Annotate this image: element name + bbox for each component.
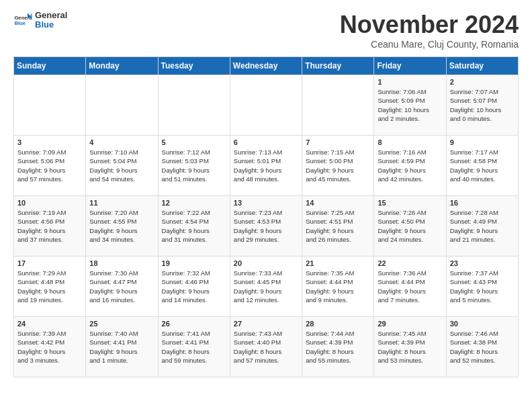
- day-number: 9: [450, 138, 515, 146]
- calendar-cell: 1Sunrise: 7:06 AM Sunset: 5:09 PM Daylig…: [374, 75, 446, 136]
- day-number: 23: [450, 259, 515, 267]
- day-number: 3: [17, 138, 82, 146]
- calendar-week-row: 10Sunrise: 7:19 AM Sunset: 4:56 PM Dayli…: [14, 196, 519, 257]
- day-info: Sunrise: 7:17 AM Sunset: 4:58 PM Dayligh…: [450, 148, 515, 183]
- day-number: 28: [306, 320, 370, 328]
- day-number: 18: [89, 259, 154, 267]
- day-info: Sunrise: 7:45 AM Sunset: 4:39 PM Dayligh…: [378, 329, 442, 365]
- location-subtitle: Ceanu Mare, Cluj County, Romania: [340, 39, 519, 50]
- day-number: 11: [89, 199, 154, 207]
- calendar-cell: 4Sunrise: 7:10 AM Sunset: 5:04 PM Daylig…: [86, 136, 158, 196]
- logo-text: General Blue: [35, 11, 67, 30]
- calendar-cell: 8Sunrise: 7:16 AM Sunset: 4:59 PM Daylig…: [374, 136, 446, 196]
- day-info: Sunrise: 7:28 AM Sunset: 4:49 PM Dayligh…: [450, 208, 515, 244]
- calendar-cell: 12Sunrise: 7:22 AM Sunset: 4:54 PM Dayli…: [158, 196, 230, 257]
- day-info: Sunrise: 7:33 AM Sunset: 4:45 PM Dayligh…: [234, 269, 298, 304]
- day-number: 29: [378, 320, 442, 328]
- day-number: 19: [162, 259, 226, 267]
- day-info: Sunrise: 7:39 AM Sunset: 4:42 PM Dayligh…: [17, 329, 82, 365]
- header: General Blue General Blue November 2024 …: [13, 11, 519, 50]
- calendar-cell: 26Sunrise: 7:41 AM Sunset: 4:41 PM Dayli…: [158, 317, 230, 377]
- day-info: Sunrise: 7:12 AM Sunset: 5:03 PM Dayligh…: [162, 148, 226, 183]
- calendar-cell: 7Sunrise: 7:15 AM Sunset: 5:00 PM Daylig…: [302, 136, 374, 196]
- calendar-cell: 3Sunrise: 7:09 AM Sunset: 5:06 PM Daylig…: [14, 136, 86, 196]
- day-number: 6: [234, 138, 298, 146]
- calendar-cell: 24Sunrise: 7:39 AM Sunset: 4:42 PM Dayli…: [14, 317, 86, 377]
- calendar-cell: 15Sunrise: 7:26 AM Sunset: 4:50 PM Dayli…: [374, 196, 446, 257]
- calendar-cell: [86, 75, 158, 136]
- day-info: Sunrise: 7:15 AM Sunset: 5:00 PM Dayligh…: [306, 148, 370, 183]
- calendar-cell: 2Sunrise: 7:07 AM Sunset: 5:07 PM Daylig…: [446, 75, 518, 136]
- day-number: 2: [450, 78, 515, 86]
- calendar-cell: 13Sunrise: 7:23 AM Sunset: 4:53 PM Dayli…: [230, 196, 302, 257]
- day-info: Sunrise: 7:35 AM Sunset: 4:44 PM Dayligh…: [306, 269, 370, 304]
- calendar-cell: 23Sunrise: 7:37 AM Sunset: 4:43 PM Dayli…: [446, 257, 518, 317]
- calendar-cell: 20Sunrise: 7:33 AM Sunset: 4:45 PM Dayli…: [230, 257, 302, 317]
- day-info: Sunrise: 7:13 AM Sunset: 5:01 PM Dayligh…: [234, 148, 298, 183]
- weekday-header-row: SundayMondayTuesdayWednesdayThursdayFrid…: [14, 57, 519, 75]
- calendar-cell: [14, 75, 86, 136]
- weekday-header-tuesday: Tuesday: [158, 57, 230, 75]
- calendar-cell: 30Sunrise: 7:46 AM Sunset: 4:38 PM Dayli…: [446, 317, 518, 377]
- calendar-cell: 6Sunrise: 7:13 AM Sunset: 5:01 PM Daylig…: [230, 136, 302, 196]
- calendar-cell: 27Sunrise: 7:43 AM Sunset: 4:40 PM Dayli…: [230, 317, 302, 377]
- day-info: Sunrise: 7:23 AM Sunset: 4:53 PM Dayligh…: [234, 208, 298, 244]
- weekday-header-sunday: Sunday: [14, 57, 86, 75]
- day-info: Sunrise: 7:44 AM Sunset: 4:39 PM Dayligh…: [306, 329, 370, 365]
- day-info: Sunrise: 7:36 AM Sunset: 4:44 PM Dayligh…: [378, 269, 442, 304]
- logo-general: General: [35, 11, 67, 20]
- month-title: November 2024: [340, 11, 519, 39]
- logo: General Blue General Blue: [13, 11, 67, 30]
- day-info: Sunrise: 7:06 AM Sunset: 5:09 PM Dayligh…: [378, 87, 442, 123]
- day-info: Sunrise: 7:46 AM Sunset: 4:38 PM Dayligh…: [450, 329, 515, 365]
- day-number: 8: [378, 138, 442, 146]
- calendar-cell: 14Sunrise: 7:25 AM Sunset: 4:51 PM Dayli…: [302, 196, 374, 257]
- day-number: 30: [450, 320, 515, 328]
- calendar-cell: 29Sunrise: 7:45 AM Sunset: 4:39 PM Dayli…: [374, 317, 446, 377]
- day-number: 21: [306, 259, 370, 267]
- day-number: 4: [89, 138, 154, 146]
- calendar-cell: 11Sunrise: 7:20 AM Sunset: 4:55 PM Dayli…: [86, 196, 158, 257]
- calendar-cell: 9Sunrise: 7:17 AM Sunset: 4:58 PM Daylig…: [446, 136, 518, 196]
- calendar-cell: 28Sunrise: 7:44 AM Sunset: 4:39 PM Dayli…: [302, 317, 374, 377]
- calendar-cell: 17Sunrise: 7:29 AM Sunset: 4:48 PM Dayli…: [14, 257, 86, 317]
- weekday-header-wednesday: Wednesday: [230, 57, 302, 75]
- day-number: 25: [89, 320, 154, 328]
- logo-blue: Blue: [35, 20, 67, 30]
- calendar-week-row: 1Sunrise: 7:06 AM Sunset: 5:09 PM Daylig…: [14, 75, 519, 136]
- calendar-week-row: 24Sunrise: 7:39 AM Sunset: 4:42 PM Dayli…: [14, 317, 519, 377]
- weekday-header-saturday: Saturday: [446, 57, 518, 75]
- day-info: Sunrise: 7:32 AM Sunset: 4:46 PM Dayligh…: [162, 269, 226, 304]
- logo-icon: General Blue: [13, 11, 32, 30]
- day-info: Sunrise: 7:19 AM Sunset: 4:56 PM Dayligh…: [17, 208, 82, 244]
- calendar-cell: 21Sunrise: 7:35 AM Sunset: 4:44 PM Dayli…: [302, 257, 374, 317]
- calendar-cell: 18Sunrise: 7:30 AM Sunset: 4:47 PM Dayli…: [86, 257, 158, 317]
- calendar-cell: 10Sunrise: 7:19 AM Sunset: 4:56 PM Dayli…: [14, 196, 86, 257]
- day-number: 13: [234, 199, 298, 207]
- calendar-cell: [302, 75, 374, 136]
- day-info: Sunrise: 7:30 AM Sunset: 4:47 PM Dayligh…: [89, 269, 154, 304]
- day-number: 1: [378, 78, 442, 86]
- day-info: Sunrise: 7:10 AM Sunset: 5:04 PM Dayligh…: [89, 148, 154, 183]
- day-info: Sunrise: 7:20 AM Sunset: 4:55 PM Dayligh…: [89, 208, 154, 244]
- calendar-cell: 19Sunrise: 7:32 AM Sunset: 4:46 PM Dayli…: [158, 257, 230, 317]
- day-info: Sunrise: 7:16 AM Sunset: 4:59 PM Dayligh…: [378, 148, 442, 183]
- day-number: 12: [162, 199, 226, 207]
- day-number: 20: [234, 259, 298, 267]
- day-info: Sunrise: 7:41 AM Sunset: 4:41 PM Dayligh…: [162, 329, 226, 365]
- day-info: Sunrise: 7:26 AM Sunset: 4:50 PM Dayligh…: [378, 208, 442, 244]
- calendar-cell: [158, 75, 230, 136]
- day-number: 17: [17, 259, 82, 267]
- day-number: 15: [378, 199, 442, 207]
- calendar-cell: 25Sunrise: 7:40 AM Sunset: 4:41 PM Dayli…: [86, 317, 158, 377]
- calendar-week-row: 17Sunrise: 7:29 AM Sunset: 4:48 PM Dayli…: [14, 257, 519, 317]
- calendar-cell: [230, 75, 302, 136]
- day-info: Sunrise: 7:37 AM Sunset: 4:43 PM Dayligh…: [450, 269, 515, 304]
- calendar-cell: 22Sunrise: 7:36 AM Sunset: 4:44 PM Dayli…: [374, 257, 446, 317]
- calendar-table: SundayMondayTuesdayWednesdayThursdayFrid…: [13, 56, 519, 377]
- weekday-header-thursday: Thursday: [302, 57, 374, 75]
- calendar-cell: 5Sunrise: 7:12 AM Sunset: 5:03 PM Daylig…: [158, 136, 230, 196]
- weekday-header-monday: Monday: [86, 57, 158, 75]
- day-number: 7: [306, 138, 370, 146]
- svg-text:Blue: Blue: [14, 20, 26, 26]
